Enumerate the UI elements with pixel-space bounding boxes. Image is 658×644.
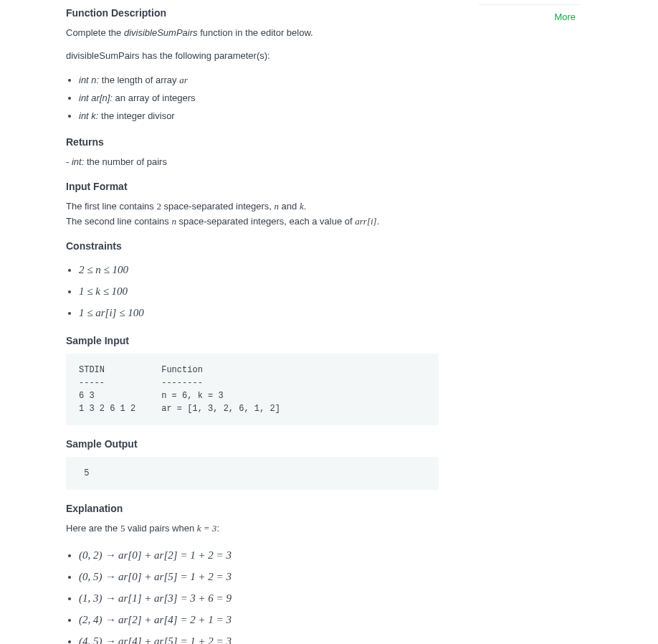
explain-math: (0, 2) → ar[0] + ar[2] = 1 + 2 = 3 — [79, 549, 232, 561]
list-item: int k: the integer divisor — [79, 108, 586, 126]
text: The second line contains — [66, 216, 171, 227]
explain-math: (4, 5) → ar[4] + ar[5] = 1 + 2 = 3 — [79, 635, 232, 644]
params-list: int n: the length of array ar int ar[n]:… — [66, 72, 586, 125]
heading-returns: Returns — [66, 136, 586, 148]
returns-text: - int: the number of pairs — [66, 155, 586, 169]
text: - — [66, 156, 72, 167]
list-item: 1 ≤ k ≤ 100 — [79, 280, 586, 302]
heading-constraints: Constraints — [66, 240, 586, 252]
param-sig: int k: — [79, 110, 98, 121]
text: The first line contains — [66, 201, 156, 212]
heading-input-format: Input Format — [66, 181, 586, 192]
constraints-list: 2 ≤ n ≤ 100 1 ≤ k ≤ 100 1 ≤ ar[i] ≤ 100 — [66, 259, 586, 323]
return-desc: the number of pairs — [84, 156, 167, 167]
list-item: 2 ≤ n ≤ 100 — [79, 259, 586, 280]
list-item: (4, 5) → ar[4] + ar[5] = 1 + 2 = 3 — [79, 630, 586, 644]
explanation-intro: Here are the 5 valid pairs when k = 3: — [66, 521, 586, 536]
return-sig: int: — [72, 156, 84, 167]
text: . — [304, 201, 307, 212]
text: and — [279, 201, 300, 212]
explanation-list: (0, 2) → ar[0] + ar[2] = 1 + 2 = 3 (0, 5… — [66, 544, 586, 644]
heading-function-description: Function Description — [66, 7, 586, 19]
list-item: (1, 3) → ar[1] + ar[3] = 3 + 6 = 9 — [79, 587, 586, 609]
explain-math: (1, 3) → ar[1] + ar[3] = 3 + 6 = 9 — [79, 592, 232, 604]
constraint-math: 1 ≤ k ≤ 100 — [79, 285, 128, 297]
param-sig: int ar[n]: — [79, 93, 113, 103]
func-desc-text: Complete the divisibleSumPairs function … — [66, 26, 586, 40]
param-desc: the integer divisor — [98, 110, 174, 121]
param-sig: int n: — [79, 75, 99, 85]
text: : — [216, 523, 219, 534]
math: k = 3 — [197, 523, 217, 534]
list-item: int n: the length of array ar — [79, 72, 586, 90]
list-item: 1 ≤ ar[i] ≤ 100 — [79, 302, 586, 323]
sample-output-block: 5 — [66, 457, 439, 490]
sample-input-block: STDIN Function ----- -------- 6 3 n = 6,… — [66, 354, 439, 425]
text: function in the editor below. — [198, 27, 313, 38]
text: space-separated integers, each a value o… — [176, 216, 355, 227]
list-item: (2, 4) → ar[2] + ar[4] = 2 + 1 = 3 — [79, 609, 586, 630]
param-math: ar — [179, 75, 188, 85]
more-link[interactable]: More — [554, 11, 576, 22]
function-name: divisibleSumPairs — [124, 27, 198, 38]
params-lead: divisibleSumPairs has the following para… — [66, 49, 586, 63]
math: arr[i] — [355, 216, 376, 227]
heading-explanation: Explanation — [66, 503, 586, 514]
heading-sample-output: Sample Output — [66, 438, 586, 450]
list-item: (0, 5) → ar[0] + ar[5] = 1 + 2 = 3 — [79, 566, 586, 587]
text: valid pairs when — [125, 523, 196, 534]
text: space-separated integers, — [161, 201, 275, 212]
explain-math: (2, 4) → ar[2] + ar[4] = 2 + 1 = 3 — [79, 614, 232, 625]
explain-math: (0, 5) → ar[0] + ar[5] = 1 + 2 = 3 — [79, 571, 232, 582]
constraint-math: 2 ≤ n ≤ 100 — [79, 264, 128, 275]
param-desc: the length of array — [99, 75, 179, 85]
list-item: int ar[n]: an array of integers — [79, 90, 586, 108]
text: Here are the — [66, 523, 120, 534]
text: . — [377, 216, 380, 227]
input-format-text: The first line contains 2 space-separate… — [66, 199, 586, 228]
heading-sample-input: Sample Input — [66, 335, 586, 346]
constraint-math: 1 ≤ ar[i] ≤ 100 — [79, 307, 144, 318]
param-desc: an array of integers — [113, 93, 196, 103]
list-item: (0, 2) → ar[0] + ar[2] = 1 + 2 = 3 — [79, 544, 586, 566]
text: Complete the — [66, 27, 124, 38]
